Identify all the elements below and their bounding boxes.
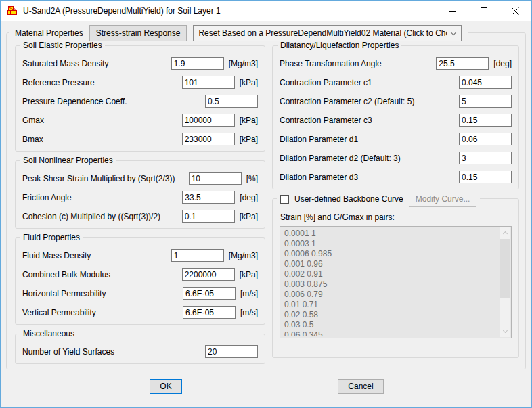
- dilation-d1-input[interactable]: [459, 133, 512, 145]
- field-label: Contraction Parameter c1: [280, 78, 372, 87]
- chevron-down-icon: [502, 328, 507, 333]
- group-title: Miscellaneous: [20, 329, 77, 338]
- group-title: Soil Elastic Properties: [20, 41, 105, 50]
- peak-shear-strain-input[interactable]: [189, 172, 242, 185]
- miscellaneous-group: Miscellaneous Number of Yield Surfaces: [15, 334, 265, 364]
- dilation-d3-input[interactable]: [459, 171, 512, 183]
- field-label: Contraction Parameter c3: [280, 116, 372, 125]
- field-label: Saturated Mass Density: [22, 59, 108, 68]
- field-label: Phase Transformation Angle: [280, 59, 382, 68]
- reference-pressure-input[interactable]: [182, 76, 235, 89]
- backbone-curve-header: User-defined Backbone Curve Modify Curve…: [277, 190, 480, 208]
- minimize-button[interactable]: [436, 1, 468, 21]
- field-label: Contraction Parameter c2 (Default: 5): [280, 97, 414, 106]
- ok-button[interactable]: OK: [150, 379, 182, 394]
- field-row: Peak Shear Strain Multiplied by (Sqrt(2/…: [22, 172, 258, 185]
- fluid-mass-density-input[interactable]: [171, 249, 224, 262]
- stress-strain-response-button[interactable]: Stress-strain Response: [89, 25, 187, 41]
- modify-curve-button[interactable]: Modify Curve...: [409, 191, 477, 207]
- contraction-c1-input[interactable]: [459, 76, 512, 89]
- field-label: Dilation Parameter d1: [280, 135, 358, 144]
- minimize-icon: [449, 11, 456, 12]
- field-row: Contraction Parameter c2 (Default: 5): [280, 95, 512, 108]
- field-row: Saturated Mass Density [Mg/m3]: [22, 57, 258, 70]
- unit-label: [Mg/m3]: [229, 59, 258, 68]
- close-button[interactable]: [500, 1, 531, 21]
- material-properties-header: Material Properties Stress-strain Respon…: [9, 24, 468, 42]
- backbone-pairs-text: 0.0001 1 0.0003 1 0.0006 0.985 0.001 0.9…: [284, 229, 496, 336]
- group-title: Dilatancy/Liquefaction Properties: [278, 41, 401, 50]
- field-label: Vertical Permeability: [22, 308, 96, 317]
- field-row: Cohesion (c) Multiplied by ((Sqrt(3))/2)…: [22, 210, 258, 223]
- horizontal-permeability-input[interactable]: [183, 287, 236, 300]
- title-bar: U-Sand2A (PressureDependMultiYield) for …: [1, 1, 531, 21]
- backbone-curve-group: User-defined Backbone Curve Modify Curve…: [272, 198, 519, 358]
- field-label: Horizontal Permeability: [22, 289, 106, 298]
- right-column: Dilatancy/Liquefaction Properties Phase …: [272, 45, 519, 373]
- contraction-c3-input[interactable]: [459, 114, 512, 127]
- unit-label: [deg]: [493, 59, 512, 68]
- field-label: Gmax: [22, 116, 44, 125]
- close-icon: [512, 7, 519, 15]
- field-label: Dilation Parameter d2 (Default: 3): [280, 154, 401, 163]
- number-of-yield-surfaces-input[interactable]: [205, 345, 258, 358]
- reset-material-dropdown-value: Reset Based on a PressureDependMultiYiel…: [198, 28, 447, 38]
- dilation-d2-input[interactable]: [459, 152, 512, 164]
- field-row: Bmax [kPa]: [22, 133, 258, 145]
- user-defined-backbone-label: User-defined Backbone Curve: [294, 194, 403, 204]
- gmax-input[interactable]: [182, 114, 235, 127]
- material-properties-group: Material Properties Stress-strain Respon…: [6, 32, 526, 369]
- vertical-permeability-input[interactable]: [183, 306, 236, 319]
- unit-label: [%]: [246, 174, 258, 183]
- scroll-up-button: [500, 227, 510, 238]
- field-row: Dilation Parameter d2 (Default: 3): [280, 152, 512, 164]
- window-title: U-Sand2A (PressureDependMultiYield) for …: [23, 6, 436, 16]
- reset-material-dropdown[interactable]: Reset Based on a PressureDependMultiYiel…: [193, 25, 462, 41]
- field-row: Combined Bulk Modulus [kPa]: [22, 268, 258, 281]
- combined-bulk-modulus-input[interactable]: [182, 268, 235, 281]
- cancel-button[interactable]: Cancel: [338, 379, 384, 394]
- unit-label: [kPa]: [240, 270, 258, 279]
- phase-transformation-angle-input[interactable]: [436, 57, 489, 70]
- field-label: Peak Shear Strain Multiplied by (Sqrt(2/…: [22, 174, 175, 183]
- app-icon: [7, 5, 18, 18]
- chevron-up-icon: [502, 231, 507, 236]
- bmax-input[interactable]: [182, 133, 235, 145]
- pairs-label: Strain [%] and G/Gmax in pairs:: [280, 212, 512, 222]
- field-row: Dilation Parameter d1: [280, 133, 512, 145]
- field-row: Vertical Permeability [m/s]: [22, 306, 258, 319]
- field-label: Reference Pressure: [22, 78, 95, 87]
- contraction-c2-input[interactable]: [459, 95, 512, 108]
- maximize-icon: [481, 7, 487, 14]
- field-row: Reference Pressure [kPa]: [22, 76, 258, 89]
- unit-label: [deg]: [240, 193, 258, 202]
- field-row: Horizontal Permeability [m/s]: [22, 287, 258, 300]
- chevron-down-icon: [451, 29, 456, 35]
- cohesion-input[interactable]: [182, 210, 235, 223]
- pairs-scrollbar: [500, 227, 510, 337]
- maximize-button[interactable]: [468, 1, 500, 21]
- user-defined-backbone-checkbox[interactable]: [280, 195, 289, 204]
- saturated-mass-density-input[interactable]: [171, 57, 224, 70]
- field-row: Dilation Parameter d3: [280, 171, 512, 183]
- field-label: Fluid Mass Density: [22, 251, 91, 260]
- field-row: Fluid Mass Density [Mg/m3]: [22, 249, 258, 262]
- left-column: Soil Elastic Properties Saturated Mass D…: [15, 45, 265, 373]
- field-row: Phase Transformation Angle [deg]: [280, 57, 512, 70]
- field-row: Gmax [kPa]: [22, 114, 258, 127]
- dilatancy-liquefaction-group: Dilatancy/Liquefaction Properties Phase …: [272, 45, 519, 189]
- field-row: Contraction Parameter c1: [280, 76, 512, 89]
- friction-angle-input[interactable]: [182, 191, 235, 204]
- scroll-down-button: [500, 326, 510, 337]
- unit-label: [kPa]: [240, 116, 258, 125]
- field-label: Friction Angle: [22, 193, 72, 202]
- field-label: Pressure Dependence Coeff.: [22, 97, 127, 106]
- field-label: Bmax: [22, 135, 43, 144]
- soil-nonlinear-properties-group: Soil Nonlinear Properties Peak Shear Str…: [15, 160, 265, 229]
- backbone-pairs-field: 0.0001 1 0.0003 1 0.0006 0.985 0.001 0.9…: [280, 226, 512, 338]
- field-row: Friction Angle [deg]: [22, 191, 258, 204]
- unit-label: [kPa]: [240, 135, 258, 144]
- unit-label: [kPa]: [240, 212, 258, 221]
- pressure-dependence-coeff-input[interactable]: [205, 95, 258, 108]
- group-title: Fluid Properties: [20, 233, 83, 242]
